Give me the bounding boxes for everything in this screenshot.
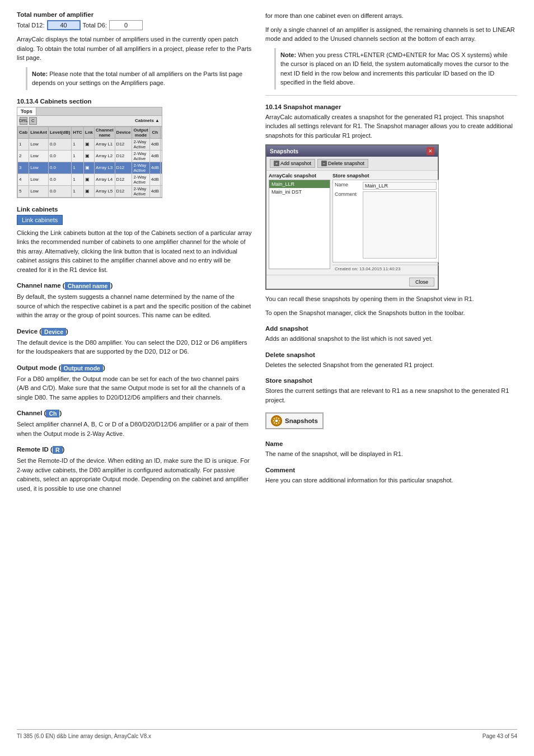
table-row: 1Low0.01▣Array L1D122-Way Active4dB0.00 (18, 138, 163, 150)
section-title-channel: Channel (Ch) (17, 410, 252, 417)
delete-snapshot-button[interactable]: − Delete snapshot (317, 159, 368, 168)
channel-inline-label: Ch (46, 410, 59, 417)
col-ch: Ch (149, 126, 160, 138)
snapshot-name-label: Name (335, 182, 363, 187)
section-title-add-snapshot: Add snapshot (265, 325, 517, 332)
snapshot-name-value[interactable]: Main_LLR (363, 182, 437, 190)
total-d12-field[interactable]: 40 (47, 20, 81, 30)
page-footer: TI 385 (6.0 EN) d&b Line array design, A… (17, 729, 517, 739)
link-cabinets-btn[interactable]: Link cabinets (17, 215, 63, 225)
snapshot-list-item-2[interactable]: Main_ini DST (269, 188, 330, 196)
right-para2: If only a single channel of an amplifier… (265, 25, 517, 44)
snapshot-comment-row: Comment (335, 191, 437, 259)
link-cabinets-para: Clicking the Link cabinets button at the… (17, 228, 252, 275)
amplifier-row: Total D12: 40 Total D6: 0 (17, 20, 252, 30)
cab-btn-drl[interactable]: DRL (20, 117, 27, 125)
add-snapshot-label: Add snapshot (280, 161, 311, 166)
snapshot-manager-para3: To open the Snapshot manager, click the … (265, 308, 517, 318)
cab-btn-c[interactable]: C (29, 117, 37, 125)
svg-point-0 (275, 419, 278, 422)
snapshot-dialog-close-button[interactable]: Close (409, 278, 434, 287)
comment-para: Here you can store additional informatio… (265, 476, 517, 485)
section-title-amplifier: Total number of amplifier (17, 11, 252, 18)
right-column: for more than one cabinet even on differ… (265, 11, 517, 718)
snapshot-body: ArrayCalc snapshot Main_LLR Main_ini DST… (266, 171, 438, 275)
total-d12-label: Total D12: (17, 22, 45, 29)
section-title-delete-snapshot: Delete snapshot (265, 351, 517, 358)
left-column: Total number of amplifier Total D12: 40 … (17, 11, 252, 718)
cabinets-toolbar: DRL C Cabinets ▲ (17, 116, 162, 126)
snapshot-manager-para1: ArrayCalc automatically creates a snapsh… (265, 112, 517, 140)
delete-snapshot-label: Delete snapshot (328, 161, 364, 166)
snapshot-list-item-1[interactable]: Main_LLR (269, 180, 330, 188)
note-label-right: Note: (280, 51, 298, 58)
cabinets-table: Cab LineAnt Level(dB) HTC Lnk Channel na… (17, 126, 162, 198)
col-link: Lnk (83, 126, 94, 138)
section-title-snapshot-manager: 10.14 Snapshot manager (265, 104, 517, 110)
snapshots-toolbar-button[interactable]: Snapshots (265, 412, 324, 429)
snapshot-manager-para2: You can recall these snapshots by openin… (265, 294, 517, 304)
snapshot-close-x-button[interactable]: ✕ (427, 147, 434, 155)
section-title-device: Device (Device) (17, 328, 252, 336)
section-divider (265, 95, 517, 96)
note-text: Please note that the total number of all… (32, 71, 242, 87)
col-outmode: Output mode (132, 126, 149, 138)
col-cntch: Cnt/Ch (160, 126, 162, 138)
cabinets-tab-label: Cabinets ▲ (135, 118, 160, 123)
snapshots-btn-label: Snapshots (285, 417, 318, 424)
section-title-store-snapshot: Store snapshot (265, 377, 517, 384)
page: Total number of amplifier Total D12: 40 … (0, 0, 534, 756)
snapshot-created-label: Created on: (335, 266, 358, 271)
snapshot-detail-pane: Store snapshot Name Main_LLR Comment (332, 173, 439, 273)
snapshot-created: Created on: 13.04.2015 11:40:23 (332, 265, 439, 273)
snapshot-toolbar: + Add snapshot − Delete snapshot (266, 157, 438, 171)
gear-icon (273, 417, 280, 425)
col-device: Device (115, 126, 132, 138)
remote-id-para: Set the Remote-ID of the device. When ed… (17, 456, 252, 493)
snapshot-detail-section: Name Main_LLR Comment (332, 180, 439, 262)
footer-right: Page 43 of 54 (483, 733, 517, 739)
section-title-output-mode: Output mode (Output mode) (17, 364, 252, 372)
table-row: 3Low0.01▣Array L3D122-Way Active4dB0.00 (18, 162, 163, 173)
snapshot-list[interactable]: Main_LLR Main_ini DST (269, 180, 330, 269)
snapshot-created-value: 13.04.2015 11:40:23 (359, 266, 400, 271)
section-title-comment: Comment (265, 467, 517, 473)
snapshot-comment-textarea[interactable] (363, 191, 437, 259)
col-htc: HTC (72, 126, 83, 138)
channel-name-para: By default, the system suggests a channe… (17, 292, 252, 320)
channel-para: Select amplifier channel A, B, C or D of… (17, 420, 252, 438)
output-mode-para: For a D80 amplifier, the Output mode can… (17, 374, 252, 402)
snapshot-detail-label: Store snapshot (332, 173, 439, 179)
section-title-cabinets: 10.13.4 Cabinets section (17, 98, 252, 105)
snapshot-list-label: ArrayCalc snapshot (269, 173, 330, 179)
section-title-remote-id: Remote ID (R) (17, 446, 252, 454)
section-title-channel-name: Channel name (Channel name) (17, 282, 252, 290)
cabinets-section-widget: Tops DRL C Cabinets ▲ Cab LineAnt Level(… (17, 107, 162, 198)
snapshots-icon (271, 415, 282, 426)
col-lineant: LineAnt (29, 126, 49, 138)
snapshot-close-row: Close (266, 275, 438, 289)
snapshot-titlebar: Snapshots ✕ (266, 145, 438, 157)
right-note: Note: When you press CTRL+ENTER (CMD+ENT… (274, 48, 517, 90)
device-para: The default device is the D80 amplifier.… (17, 338, 252, 356)
snapshot-dialog-title: Snapshots (270, 148, 298, 154)
channel-name-label: Channel name (65, 282, 111, 290)
col-chname: Channel name (95, 126, 115, 138)
section-title-link-cabinets: Link cabinets (17, 206, 252, 213)
name-para: The name of the snapshot, will be displa… (265, 449, 517, 459)
table-row: 4Low0.01▣Array L4D122-Way Active4dB0.00 (18, 173, 163, 185)
device-inline-label: Device (41, 328, 66, 336)
snapshot-list-pane: ArrayCalc snapshot Main_LLR Main_ini DST (269, 173, 330, 273)
table-row: 5Low0.01▣Array L5D122-Way Active4dB0.00 (18, 185, 163, 197)
output-mode-inline-label: Output mode (61, 364, 103, 372)
snapshot-name-row: Name Main_LLR (335, 182, 437, 190)
cab-tab-tops[interactable]: Tops (17, 107, 36, 115)
amplifier-note: Note: Please note that the total number … (26, 67, 252, 90)
delete-icon: − (321, 161, 327, 166)
note-label: Note: (32, 71, 49, 77)
total-d6-field[interactable]: 0 (109, 20, 143, 30)
remote-id-inline-label: R (53, 446, 63, 454)
right-para1: for more than one cabinet even on differ… (265, 11, 517, 21)
main-content: Total number of amplifier Total D12: 40 … (17, 11, 517, 718)
add-snapshot-button[interactable]: + Add snapshot (270, 159, 315, 168)
